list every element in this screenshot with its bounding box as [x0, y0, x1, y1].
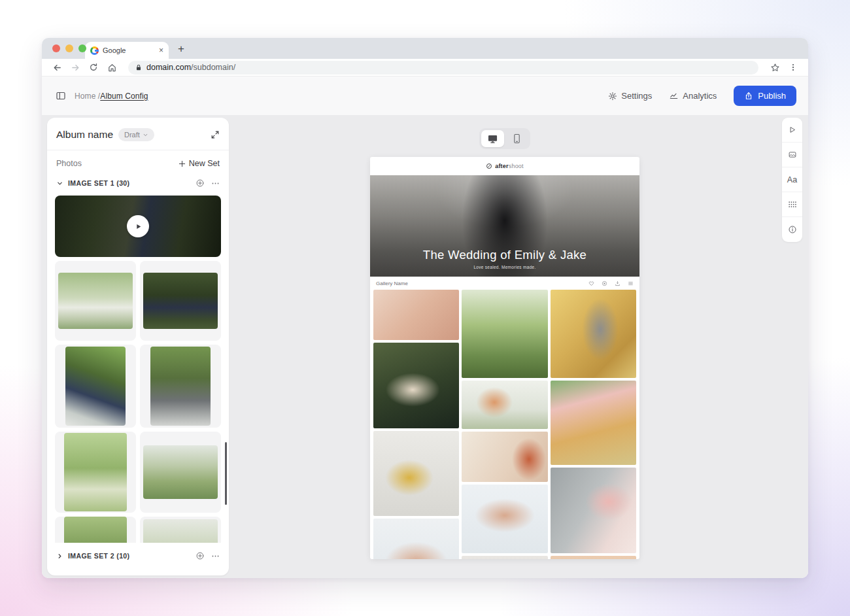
chevron-down-icon[interactable]	[56, 180, 63, 187]
photo-wedding-arch-bouquet[interactable]	[462, 381, 547, 429]
lock-icon	[135, 63, 143, 72]
sidebar-toggle-icon[interactable]	[56, 91, 66, 101]
slideshow-icon[interactable]	[602, 281, 607, 286]
desktop-icon	[487, 134, 498, 144]
status-badge[interactable]: Draft	[118, 128, 154, 141]
share-icon	[744, 92, 753, 101]
brand-wordmark: aftershoot	[495, 163, 524, 169]
forward-icon[interactable]	[70, 62, 80, 73]
thumb-couple-bridge[interactable]	[55, 261, 136, 341]
hero-title: The Wedding of Emily & Jake	[370, 248, 639, 262]
browser-tab-strip: Google × +	[42, 38, 808, 59]
album-name: Album name	[56, 129, 113, 141]
add-photos-icon[interactable]	[196, 551, 205, 560]
url-path: /subdomain/	[191, 63, 235, 72]
thumb-couple-garden-image	[64, 433, 128, 511]
image-set-1-thumbnails	[55, 196, 221, 543]
thumb-bridesmaids-video[interactable]	[55, 196, 221, 257]
new-set-button[interactable]: New Set	[178, 159, 220, 168]
zoom-window-button[interactable]	[78, 44, 86, 52]
brand-bold: after	[495, 163, 509, 169]
preview-logo-bar: aftershoot	[370, 157, 639, 175]
mobile-view-button[interactable]	[505, 130, 528, 147]
photos-label: Photos	[56, 159, 82, 168]
desktop-view-button[interactable]	[481, 130, 504, 147]
download-icon[interactable]	[615, 281, 620, 286]
gallery-grid	[370, 290, 639, 559]
image-set-1-header[interactable]: IMAGE SET 1 (30)	[55, 177, 221, 190]
analytics-button[interactable]: Analytics	[669, 91, 717, 101]
publish-label: Publish	[758, 91, 786, 101]
menu-icon[interactable]	[628, 281, 634, 286]
mobile-icon	[513, 133, 521, 144]
photo-ceremony-aisle[interactable]	[551, 381, 636, 465]
back-icon[interactable]	[52, 62, 62, 73]
photo-gold-rings[interactable]	[373, 431, 459, 516]
window-controls	[52, 44, 86, 52]
settings-button[interactable]: Settings	[608, 91, 652, 101]
minimize-window-button[interactable]	[65, 44, 73, 52]
video-play-icon[interactable]	[127, 215, 149, 237]
sidebar-scrollbar[interactable]	[225, 442, 227, 505]
more-icon[interactable]	[211, 552, 220, 560]
album-preview[interactable]: aftershoot The Wedding of Emily & Jake L…	[370, 157, 639, 559]
photo-partial-bottom-1[interactable]	[462, 556, 547, 559]
new-set-label: New Set	[189, 159, 220, 168]
chevron-right-icon[interactable]	[56, 553, 63, 560]
photo-couple-golden-lake[interactable]	[551, 290, 636, 378]
image-icon	[788, 150, 797, 159]
home-icon[interactable]	[107, 62, 117, 73]
browser-window: Google × + domain.com/subdomain/	[42, 38, 808, 578]
photo-ring-exchange-hands[interactable]	[373, 290, 459, 340]
thumb-mansion-partial-image	[143, 519, 218, 543]
thumb-mansion-partial[interactable]	[140, 517, 221, 543]
gallery-column-3	[551, 290, 636, 559]
thumb-couple-garden[interactable]	[55, 432, 136, 513]
url-text: domain.com/subdomain/	[146, 63, 235, 72]
publish-button[interactable]: Publish	[734, 86, 796, 106]
browser-menu-icon[interactable]	[788, 62, 798, 73]
photo-cupped-hands[interactable]	[462, 485, 547, 553]
add-photos-icon[interactable]	[196, 179, 205, 188]
browser-tab[interactable]: Google ×	[85, 42, 169, 59]
cover-photo-tool-button[interactable]	[782, 143, 802, 167]
dot-grid-icon	[788, 201, 797, 208]
url-field[interactable]: domain.com/subdomain/	[128, 61, 758, 75]
thumb-couple-gray-suit-image	[150, 347, 211, 426]
thumb-couple-dog-mansion[interactable]	[140, 432, 221, 513]
slideshow-tool-button[interactable]	[782, 118, 802, 143]
gallery-name: Gallery Name	[376, 281, 408, 286]
breadcrumb-home[interactable]: Home /	[75, 92, 100, 101]
image-set-2-header[interactable]: IMAGE SET 2 (10)	[55, 549, 221, 562]
close-window-button[interactable]	[52, 44, 60, 52]
photo-brides-hug[interactable]	[462, 432, 547, 482]
gallery-column-1	[373, 290, 459, 559]
layout-tool-button[interactable]	[782, 192, 802, 217]
photo-holding-hands[interactable]	[373, 343, 459, 428]
info-tool-button[interactable]	[782, 217, 802, 242]
thumb-greenery-partial[interactable]	[55, 517, 136, 543]
expand-panel-button[interactable]	[211, 130, 220, 139]
bookmark-star-icon[interactable]	[770, 62, 780, 73]
photo-snow-hands-partial[interactable]	[373, 519, 459, 559]
photo-groom-pink-bouquet[interactable]	[551, 468, 636, 553]
settings-label: Settings	[621, 91, 652, 101]
photo-partial-bottom-2[interactable]	[551, 556, 636, 559]
more-icon[interactable]	[211, 179, 220, 188]
thumb-wedding-party-navy[interactable]	[140, 261, 221, 341]
album-sidebar: Album name Draft Photos New Set	[47, 118, 229, 575]
thumb-couple-dog-mansion-image	[143, 445, 218, 499]
url-domain: domain.com	[146, 63, 191, 72]
typography-label: Aa	[787, 175, 797, 184]
new-tab-button[interactable]: +	[178, 43, 184, 56]
tab-close-icon[interactable]: ×	[159, 46, 163, 54]
breadcrumb-current[interactable]: Album Config	[100, 92, 148, 101]
thumb-bride-groom-embrace[interactable]	[55, 345, 136, 428]
hero-subtitle: Love sealed. Memories made.	[370, 265, 639, 269]
analytics-label: Analytics	[683, 91, 717, 101]
thumb-couple-gray-suit[interactable]	[140, 345, 221, 428]
typography-tool-button[interactable]: Aa	[782, 167, 802, 192]
reload-icon[interactable]	[88, 62, 99, 73]
heart-icon[interactable]	[588, 281, 594, 286]
photo-ceremony-group[interactable]	[462, 290, 547, 378]
